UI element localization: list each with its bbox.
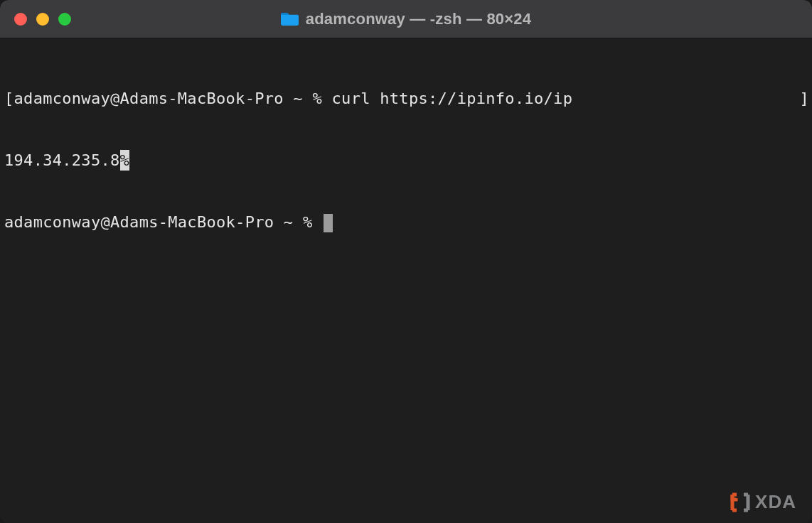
shell-prompt: adamconway@Adams-MacBook-Pro ~ % [4,213,322,231]
zoom-button[interactable] [58,13,71,26]
window-title: adamconway — -zsh — 80×24 [306,10,531,28]
command-text: curl https://ipinfo.io/ip [332,90,573,107]
terminal-window: adamconway — -zsh — 80×24 [adamconway@Ad… [0,0,812,523]
percent-indicator: % [120,150,130,171]
terminal-body[interactable]: [adamconway@Adams-MacBook-Pro ~ % curl h… [0,38,812,523]
command-output: 194.34.235.8 [4,151,120,169]
terminal-line-3: adamconway@Adams-MacBook-Pro ~ % [4,212,808,232]
watermark-text: XDA [755,491,796,513]
watermark: XDA [730,491,796,513]
title-center: adamconway — -zsh — 80×24 [0,10,812,28]
minimize-button[interactable] [36,13,49,26]
terminal-line-2: 194.34.235.8% [4,150,808,171]
folder-icon [281,11,299,26]
shell-prompt: adamconway@Adams-MacBook-Pro ~ % [14,90,332,107]
terminal-line-1: [adamconway@Adams-MacBook-Pro ~ % curl h… [4,88,808,109]
cursor [324,214,333,232]
traffic-lights [14,13,71,26]
xda-logo-icon [730,492,751,513]
open-bracket: [ [4,90,14,107]
close-button[interactable] [14,13,27,26]
title-bar: adamconway — -zsh — 80×24 [0,0,812,38]
close-bracket: ] [799,88,809,109]
